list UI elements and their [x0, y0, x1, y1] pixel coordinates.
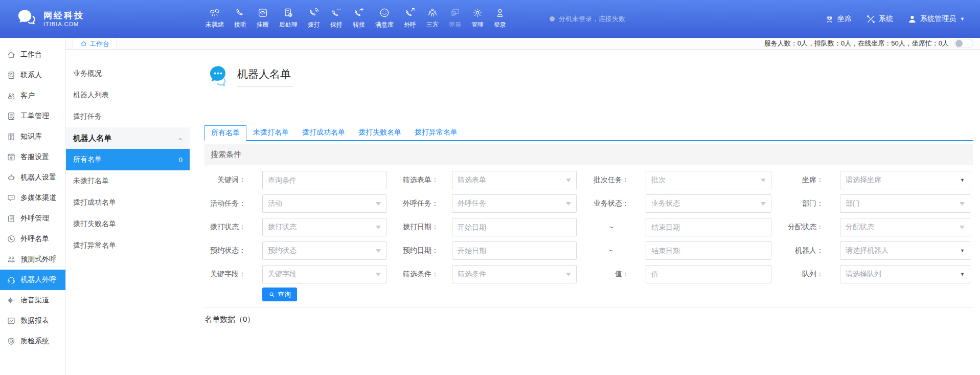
filter-form-select[interactable]: 筛选表单 — [452, 171, 577, 189]
query-button[interactable]: 查询 — [262, 288, 297, 301]
sidebar-item-multimedia-channel[interactable]: 多媒体渠道 — [0, 188, 65, 208]
submenu-item-label: 拨打成功名单 — [73, 198, 116, 207]
robot-select[interactable]: 请选择机器人▼ — [840, 241, 970, 260]
business-status-select[interactable]: 业务状态 — [646, 194, 771, 213]
agent-status-toggle[interactable] — [954, 39, 973, 48]
sidebar-item-service-settings[interactable]: 客服设置 — [0, 147, 65, 167]
list-data-section: 名单数据（0） — [204, 307, 973, 324]
department-select[interactable]: 部门 — [840, 194, 970, 213]
toolbar-item-after-work[interactable]: 后处理 — [279, 7, 298, 29]
sidebar-item-label: 外呼管理 — [20, 214, 49, 223]
tab-dial-error-lists[interactable]: 拨打异常名单 — [408, 125, 464, 140]
submenu-item-dial-task[interactable]: 拨打任务 — [66, 106, 190, 127]
tabstrip-right: 服务人数：0人，排队数：0人，在线坐席：50人，坐席忙：0人 — [764, 38, 980, 49]
chevron-up-icon: ▲ — [177, 136, 183, 141]
toolbar-item-satisfaction[interactable]: 满意度 — [375, 7, 394, 29]
dial-status-select[interactable]: 拨打状态 — [262, 218, 386, 236]
tab-all-lists[interactable]: 所有名单 — [204, 125, 246, 141]
submenu-item-dial-success-lists[interactable]: 拨打成功名单 — [66, 192, 190, 213]
sidebar-item-outbound-management[interactable]: 外呼管理 — [0, 208, 65, 229]
filter-condition-value: 筛选条件 — [458, 270, 486, 279]
dial-date-end-input[interactable] — [646, 218, 771, 236]
field-label-appoint-status: 预约状态： — [204, 246, 246, 255]
sidebar-item-customers[interactable]: 客户 — [0, 85, 65, 106]
header-nav-label: 坐席 — [837, 14, 852, 24]
toolbar-item-three-way[interactable]: 三方 — [426, 7, 439, 29]
appoint-status-select[interactable]: 预约状态 — [262, 241, 386, 260]
sidebar-item-label: 工作台 — [20, 50, 42, 59]
dial-date-start-input[interactable] — [452, 218, 577, 236]
toolbar-item-dial[interactable]: 拨打 — [308, 7, 320, 29]
batch-task-select[interactable]: 批次 — [646, 171, 771, 189]
activity-task-select[interactable]: 活动 — [262, 194, 386, 213]
assign-status-select[interactable]: 分配状态 — [840, 218, 970, 236]
sidebar-item-quality-check[interactable]: 质检系统 — [0, 331, 65, 351]
submenu-item-label: 拨打失败名单 — [73, 219, 116, 229]
tab-dial-success-lists[interactable]: 拨打成功名单 — [295, 125, 352, 140]
right-column: 工作台 服务人数：0人，排队数：0人，在线坐席：50人，坐席忙：0人 业务概况机… — [66, 38, 980, 375]
multimedia-channel-icon — [7, 193, 16, 203]
sidebar-item-knowledge-base[interactable]: 知识库 — [0, 126, 65, 147]
toolbar-item-label: 未就绪 — [206, 20, 224, 29]
sidebar-item-data-report[interactable]: 数据报表 — [0, 311, 65, 331]
toolbar-item-hold[interactable]: 保持 — [330, 7, 343, 29]
field-label-assign-status: 分配状态： — [788, 223, 824, 232]
sidebar-item-robot-settings[interactable]: 机器人设置 — [0, 167, 65, 188]
outbound-task-select[interactable]: 外呼任务 — [452, 194, 577, 213]
toolbar-item-not-ready[interactable]: 未就绪 — [206, 7, 224, 29]
appoint-date-end-input[interactable] — [646, 241, 771, 260]
predictive-outbound-icon — [7, 255, 16, 264]
sidebar-item-outbound-list[interactable]: 外呼名单 — [0, 229, 65, 249]
tab-dial-fail-lists[interactable]: 拨打失败名单 — [352, 125, 408, 140]
agent-select[interactable]: 请选择坐席▼ — [840, 171, 970, 189]
header-nav-system[interactable]: 系统 — [866, 14, 893, 24]
sidebar-item-contacts[interactable]: 联系人 — [0, 65, 65, 85]
field-label-agent: 坐席： — [788, 175, 824, 185]
header-nav-agent[interactable]: 坐席 — [825, 14, 852, 24]
sidebar-item-robot-outbound[interactable]: 机器人外呼 — [0, 270, 65, 290]
header-nav-admin[interactable]: 系统管理员▼ — [907, 14, 965, 24]
toolbar-item-hangup[interactable]: 挂断 — [257, 7, 269, 29]
tab-undialed-lists[interactable]: 未拨打名单 — [246, 125, 295, 140]
toolbar-item-answer[interactable]: 接听 — [234, 7, 246, 29]
submenu-item-dial-error-lists[interactable]: 拨打异常名单 — [66, 235, 190, 256]
outbound-call-icon — [404, 7, 416, 18]
key-field-select[interactable]: 关键字段 — [262, 265, 386, 283]
service-settings-icon — [7, 152, 16, 162]
field-label-appoint-date-end: ~ — [593, 247, 629, 255]
toolbar-item-label: 后处理 — [279, 20, 298, 29]
submenu-item-undialed-lists[interactable]: 未拨打名单 — [66, 170, 190, 192]
appoint-date-start-input[interactable] — [452, 241, 577, 260]
caret-down-icon — [376, 249, 381, 253]
sidebar-item-label: 工单管理 — [20, 112, 49, 121]
submenu-item-label: 拨打异常名单 — [73, 241, 116, 250]
search-section-bar: 搜索条件 — [204, 144, 973, 165]
batch-task-value: 批次 — [651, 175, 666, 185]
submenu-item-all-lists[interactable]: 所有名单0 — [66, 149, 190, 170]
field-label-department: 部门： — [788, 199, 824, 208]
sidebar-item-predictive-outbound[interactable]: 预测式外呼 — [0, 249, 65, 270]
submenu-item-dial-fail-lists[interactable]: 拨打失败名单 — [66, 213, 190, 235]
submenu-item-label: 未拨打名单 — [73, 177, 109, 186]
header-nav: 坐席系统系统管理员▼ — [825, 0, 965, 38]
sidebar-item-work-order-management[interactable]: 工单管理 — [0, 106, 65, 126]
submenu-item-robot-roster-group[interactable]: 机器人名单▲ — [66, 127, 190, 149]
toolbar-item-outbound-call[interactable]: 外呼 — [404, 7, 416, 29]
sidebar-item-voice-channel[interactable]: 语音渠道 — [0, 290, 65, 311]
value-input[interactable] — [646, 265, 771, 283]
assign-status-value: 分配状态 — [846, 223, 874, 232]
toolbar-item-label: 拨打 — [308, 20, 320, 29]
keyword-input[interactable] — [262, 171, 386, 189]
filter-condition-select[interactable]: 筛选条件 — [452, 265, 577, 283]
toolbar-item-transfer[interactable]: 转接 — [353, 7, 365, 29]
submenu-item-robot-list[interactable]: 机器人列表 — [66, 84, 190, 106]
queue-select[interactable]: 请选择队列▼ — [840, 265, 970, 283]
voice-channel-icon — [7, 296, 16, 305]
toolbar-item-manage[interactable]: 管理 — [471, 7, 484, 29]
sidebar-item-workbench[interactable]: 工作台 — [0, 45, 65, 65]
customers-icon — [7, 91, 16, 100]
tab-label: 拨打异常名单 — [415, 128, 458, 136]
toolbar-item-login[interactable]: 登录 — [494, 7, 506, 29]
submenu-item-business-overview[interactable]: 业务概况 — [66, 63, 190, 84]
workspace-tab-workbench[interactable]: 工作台 — [73, 38, 117, 49]
